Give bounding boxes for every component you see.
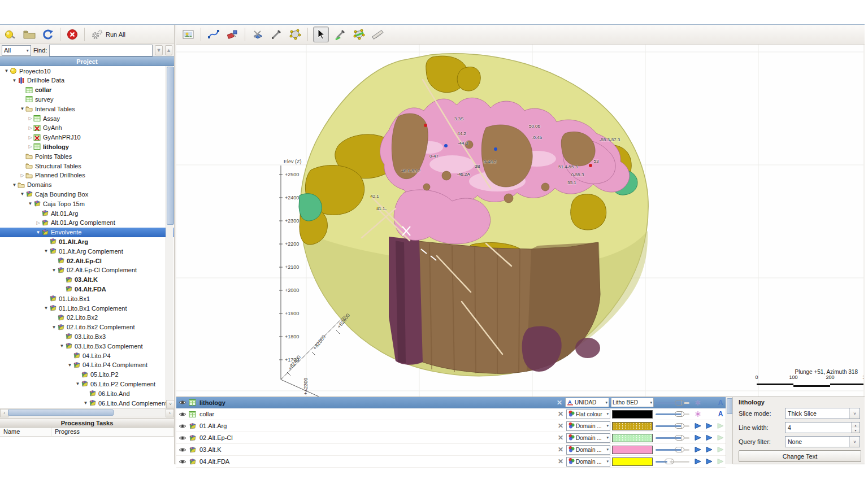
tree-item-02-alt-ep-cl-complement[interactable]: ▼02.Alt.Ep-Cl Complement <box>0 265 174 275</box>
find-next-button[interactable]: ▼ <box>155 45 162 55</box>
scroll-down-icon[interactable]: ˅ <box>166 400 174 408</box>
visibility-eye-icon[interactable] <box>179 399 189 406</box>
expanded-arrow-icon[interactable]: ▼ <box>51 325 57 330</box>
remove-icon[interactable]: ✕ <box>555 457 566 465</box>
find-prev-button[interactable]: ▲ <box>165 45 172 55</box>
cone-filter-faint-icon[interactable] <box>715 446 726 453</box>
screenshot-tool-icon[interactable] <box>181 27 196 42</box>
tree-item-assay[interactable]: ▷Assay <box>0 114 174 123</box>
find-input[interactable] <box>49 45 153 56</box>
tree-item-02-lito-bx2-complement[interactable]: ▼02.Lito.Bx2 Complement <box>0 323 174 332</box>
line-width-control[interactable]: 4▲▼ <box>785 422 860 433</box>
ruler-tool-icon[interactable] <box>370 27 385 42</box>
cone-filter-faint-icon[interactable] <box>715 458 726 465</box>
expanded-arrow-icon[interactable]: ▼ <box>83 400 89 406</box>
expanded-arrow-icon[interactable]: ▼ <box>27 201 33 206</box>
tree-item-structural-tables[interactable]: Structural Tables <box>0 161 174 171</box>
tree-item-lithology[interactable]: ▷lithology <box>0 142 174 151</box>
opacity-slider[interactable] <box>656 422 689 429</box>
import-folder-button[interactable] <box>21 28 37 41</box>
text-flower-icon[interactable] <box>693 411 703 417</box>
chevron-down-icon[interactable]: ˅ <box>849 408 860 419</box>
pencil-tool-icon[interactable] <box>269 27 284 42</box>
tree-item-06-lito-and[interactable]: 06.Lito.And <box>0 389 174 398</box>
tree-vscroll-thumb[interactable] <box>167 67 174 225</box>
tree-vertical-scrollbar[interactable]: ˅ <box>166 66 173 408</box>
slice-mode-control[interactable]: Thick Slice˅ <box>785 408 860 419</box>
tree-item-05-lito-p2-complement[interactable]: ▼05.Lito.P2 Complement <box>0 379 174 389</box>
tree-item-04-alt-fda[interactable]: 04.Alt.FDA <box>0 284 174 294</box>
expanded-arrow-icon[interactable]: ▼ <box>11 78 18 83</box>
shape-row-03-alt-k[interactable]: 03.Alt.K✕Domain ...▾ <box>176 444 726 456</box>
cone-filter-icon[interactable] <box>693 422 703 429</box>
tree-item-03-lito-bx3[interactable]: 03.Lito.Bx3 <box>0 332 174 341</box>
change-text-button[interactable]: Change Text <box>739 450 861 462</box>
visibility-eye-icon[interactable] <box>179 411 189 417</box>
tree-item-01-lito-bx1[interactable]: 01.Lito.Bx1 <box>0 294 174 303</box>
tree-item-alt-01-arg-complement[interactable]: ▷Alt.01.Arg Complement <box>0 218 174 228</box>
tree-item-points-tables[interactable]: Points Tables <box>0 151 174 161</box>
draw-tool-icon[interactable] <box>333 27 348 42</box>
stop-button[interactable] <box>65 28 80 41</box>
tree-item-05-lito-p2[interactable]: 05.Lito.P2 <box>0 370 174 380</box>
colour-swatch[interactable] <box>612 422 653 430</box>
cone-filter-icon[interactable] <box>704 422 714 429</box>
scene-viewport[interactable]: Elev (Z)+2500+2400+2300+2200+2100+2000+1… <box>176 45 863 396</box>
slider-handle[interactable] <box>675 411 684 417</box>
tree-item-04-lito-p4[interactable]: 04.Lito.P4 <box>0 351 174 360</box>
tree-item-alt-01-arg[interactable]: Alt.01.Arg <box>0 208 174 218</box>
text-label-icon[interactable]: A <box>715 399 726 407</box>
expanded-arrow-icon[interactable]: ▼ <box>43 306 49 311</box>
colour-swatch[interactable] <box>612 410 653 419</box>
colour-mode-select[interactable]: AUNIDAD▾ <box>565 398 609 407</box>
slider-handle[interactable] <box>675 400 684 406</box>
shape-row-04-alt-fda[interactable]: 04.Alt.FDA✕Domain ...▾ <box>176 456 726 468</box>
tree-item-02-alt-ep-cl[interactable]: 02.Alt.Ep-Cl <box>0 256 174 265</box>
eraser-tool-icon[interactable] <box>225 27 240 42</box>
colour-swatch[interactable] <box>612 434 653 442</box>
tree-item-caja-bounding-box[interactable]: ▼Caja Bounding Box <box>0 189 174 199</box>
opacity-slider[interactable] <box>656 399 689 406</box>
slider-handle[interactable] <box>675 447 684 452</box>
spinner-buttons[interactable]: ▲▼ <box>851 422 860 433</box>
remove-icon[interactable]: ✕ <box>555 422 566 430</box>
run-all-button[interactable]: Run All <box>89 28 127 41</box>
expanded-arrow-icon[interactable]: ▼ <box>11 182 18 188</box>
expanded-arrow-icon[interactable]: ▼ <box>35 230 41 235</box>
shape-row-lithology[interactable]: lithology✕AUNIDAD▾Litho BED▾A <box>176 397 726 408</box>
opacity-slider[interactable] <box>656 411 689 417</box>
refresh-button[interactable] <box>41 28 55 41</box>
tree-item-03-lito-bx3-complement[interactable]: ▼03.Lito.Bx3 Complement <box>0 341 174 351</box>
shape-row-collar[interactable]: collar✕Flat colour▾A <box>176 408 726 420</box>
opacity-slider[interactable] <box>656 458 689 465</box>
expanded-arrow-icon[interactable]: ▼ <box>43 249 49 254</box>
cone-filter-icon[interactable] <box>693 434 703 441</box>
tree-item-proyecto10[interactable]: ▼Proyecto10 <box>0 66 169 76</box>
tree-item-envolvente[interactable]: ▼Envolvente <box>0 228 174 237</box>
colour-swatch[interactable] <box>612 457 653 466</box>
slicer-tool-icon[interactable] <box>206 27 221 42</box>
expanded-arrow-icon[interactable]: ▼ <box>19 106 25 111</box>
colour-table-select[interactable]: Litho BED▾ <box>611 398 654 407</box>
tree-item-survey[interactable]: survey <box>0 94 174 104</box>
slider-handle[interactable] <box>675 423 684 429</box>
visibility-eye-icon[interactable] <box>179 435 189 441</box>
chevron-down-icon[interactable]: ˅ <box>849 437 860 447</box>
opacity-slider[interactable] <box>656 434 689 441</box>
tree-item-interval-tables[interactable]: ▼Interval Tables <box>0 104 174 114</box>
remove-icon[interactable]: ✕ <box>554 399 565 407</box>
column-progress[interactable]: Progress <box>51 428 174 436</box>
expanded-arrow-icon[interactable]: ▼ <box>75 381 81 386</box>
find-filter-select[interactable]: All ▾ <box>2 45 31 56</box>
visibility-eye-icon[interactable] <box>179 459 189 465</box>
cone-filter-icon[interactable] <box>704 458 714 465</box>
tree-hscroll-thumb[interactable] <box>8 409 114 416</box>
polyline-tool-icon[interactable] <box>288 27 302 42</box>
scroll-left-icon[interactable]: ‹ <box>0 409 8 417</box>
shape-row-02-alt-ep-cl[interactable]: 02.Alt.Ep-Cl✕Domain ...▾ <box>176 432 726 444</box>
tree-item-drillhole-data[interactable]: ▼Drillhole Data <box>0 76 174 85</box>
tree-item-02-lito-bx2[interactable]: 02.Lito.Bx2 <box>0 313 174 323</box>
open-project-button[interactable] <box>2 28 18 41</box>
collapsed-arrow-icon[interactable]: ▷ <box>27 144 33 149</box>
colour-mode-select[interactable]: Domain ...▾ <box>566 421 610 431</box>
